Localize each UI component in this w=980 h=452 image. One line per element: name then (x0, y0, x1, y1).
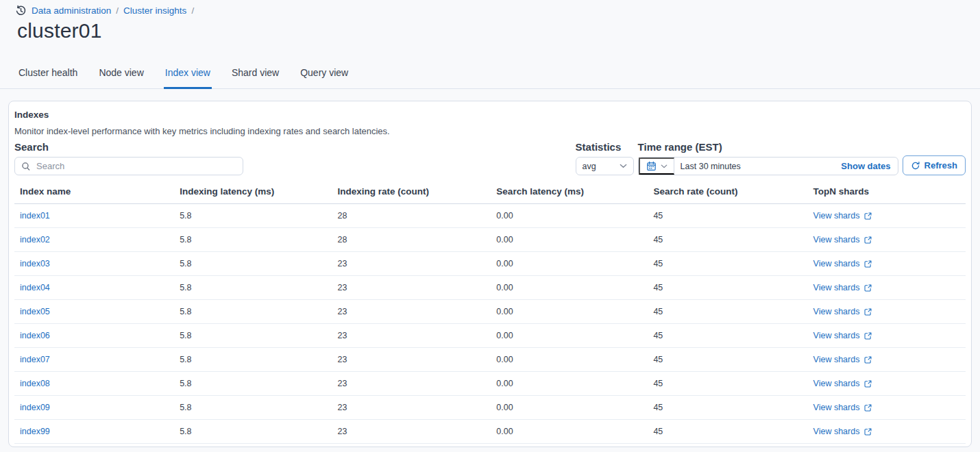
cell-search-latency: 0.00 (491, 396, 648, 420)
cell-indexing-rate: 23 (332, 348, 491, 372)
cell-indexing-latency: 5.8 (174, 300, 332, 324)
index-name-link[interactable]: index01 (20, 211, 50, 221)
table-row: index025.8280.0045View shards (14, 228, 966, 252)
view-shards-link[interactable]: View shards (813, 283, 873, 292)
cell-index-name: index07 (14, 348, 174, 372)
view-shards-label: View shards (813, 427, 860, 436)
breadcrumb-link-data-administration[interactable]: Data administration (32, 5, 111, 16)
controls-row: Search Statistics avg (14, 142, 966, 175)
history-icon (15, 5, 27, 16)
view-shards-link[interactable]: View shards (813, 259, 873, 268)
view-shards-link[interactable]: View shards (813, 427, 873, 436)
popout-icon (863, 427, 872, 436)
page-button-2[interactable]: 2 (916, 449, 930, 452)
index-name-link[interactable]: index05 (20, 307, 50, 316)
cell-indexing-rate: 23 (332, 300, 491, 324)
view-shards-link[interactable]: View shards (813, 379, 873, 388)
column-header-search-rate-count: Search rate (count) (648, 181, 807, 204)
cell-indexing-rate: 23 (332, 420, 491, 444)
cell-index-name: index06 (14, 324, 174, 348)
cell-indexing-rate: 23 (332, 324, 491, 348)
cell-topn-shards: View shards (808, 348, 966, 372)
index-name-link[interactable]: index03 (20, 259, 50, 268)
index-name-link[interactable]: index08 (20, 379, 50, 388)
column-header-search-latency-ms: Search latency (ms) (491, 181, 648, 204)
cell-topn-shards: View shards (808, 420, 966, 444)
page-button-1[interactable]: 1 (901, 449, 915, 452)
view-shards-label: View shards (813, 283, 860, 292)
popout-icon (863, 260, 872, 268)
tab-cluster-health[interactable]: Cluster health (17, 67, 79, 89)
page-title: cluster01 (17, 19, 980, 42)
popout-icon (863, 379, 872, 388)
indexes-table: Index nameIndexing latency (ms)Indexing … (14, 181, 966, 444)
tab-shard-view[interactable]: Shard view (230, 67, 280, 89)
index-name-link[interactable]: index09 (20, 403, 50, 412)
view-shards-link[interactable]: View shards (813, 235, 873, 244)
popout-icon (863, 331, 872, 340)
view-shards-label: View shards (813, 403, 860, 412)
cell-index-name: index03 (14, 252, 174, 276)
view-shards-link[interactable]: View shards (813, 211, 873, 221)
table-row: index055.8230.0045View shards (14, 300, 966, 324)
cell-topn-shards: View shards (808, 300, 966, 324)
cell-index-name: index08 (14, 372, 174, 396)
breadcrumb-items: Data administration/Cluster insights/ (32, 5, 199, 16)
view-shards-label: View shards (813, 355, 860, 364)
index-name-link[interactable]: index04 (20, 283, 50, 292)
statistics-label: Statistics (576, 142, 634, 153)
refresh-icon (911, 161, 920, 171)
view-shards-label: View shards (813, 259, 860, 268)
cell-index-name: index99 (14, 420, 174, 444)
popout-icon (863, 403, 872, 412)
index-name-link[interactable]: index02 (20, 235, 50, 244)
time-range-label: Time range (EST) (638, 142, 898, 153)
next-page-button[interactable] (946, 450, 963, 452)
index-name-link[interactable]: index07 (20, 355, 50, 364)
view-shards-link[interactable]: View shards (813, 403, 873, 412)
view-shards-link[interactable]: View shards (813, 307, 873, 316)
page-button-3[interactable]: 3 (931, 449, 945, 452)
indexes-panel: Indexes Monitor index-level performance … (8, 101, 972, 447)
calendar-icon (646, 161, 657, 171)
column-header-indexing-rate-count: Indexing rate (count) (332, 181, 491, 204)
quick-select-button[interactable] (639, 158, 674, 175)
tab-index-view[interactable]: Index view (164, 67, 212, 89)
cell-indexing-latency: 5.8 (174, 348, 332, 372)
breadcrumb: Data administration/Cluster insights/ (0, 0, 980, 16)
time-range-group: Time range (EST) Last 30 minutes (638, 142, 898, 175)
cell-topn-shards: View shards (808, 252, 966, 276)
tab-node-view[interactable]: Node view (97, 67, 145, 89)
search-input[interactable] (15, 161, 243, 171)
page-numbers: 123 (901, 449, 945, 452)
tab-query-view[interactable]: Query view (299, 67, 350, 89)
cell-indexing-rate: 23 (332, 252, 491, 276)
statistics-select[interactable]: avg (576, 157, 634, 175)
index-name-link[interactable]: index99 (20, 427, 50, 436)
search-group: Search (14, 142, 243, 175)
column-header-topn-shards: TopN shards (808, 181, 966, 204)
search-icon (21, 162, 31, 171)
index-name-link[interactable]: index06 (20, 331, 50, 340)
cell-search-latency: 0.00 (491, 228, 648, 252)
breadcrumb-link-cluster-insights[interactable]: Cluster insights (123, 5, 186, 16)
table-row: index035.8230.0045View shards (14, 252, 966, 276)
cell-search-latency: 0.00 (491, 300, 648, 324)
table-row: index085.8230.0045View shards (14, 372, 966, 396)
view-shards-link[interactable]: View shards (813, 355, 873, 364)
cell-search-latency: 0.00 (491, 204, 648, 228)
previous-page-button[interactable] (883, 450, 900, 452)
cell-index-name: index04 (14, 276, 174, 300)
cell-topn-shards: View shards (808, 372, 966, 396)
show-dates-button[interactable]: Show dates (841, 161, 897, 171)
table-row: index015.8280.0045View shards (14, 204, 966, 228)
cell-search-rate: 45 (648, 372, 807, 396)
cell-search-rate: 45 (648, 204, 807, 228)
refresh-button[interactable]: Refresh (903, 155, 966, 175)
view-shards-link[interactable]: View shards (813, 331, 873, 340)
cell-search-latency: 0.00 (491, 252, 648, 276)
table-row: index095.8230.0045View shards (14, 396, 966, 420)
time-range-value[interactable]: Last 30 minutes (674, 162, 842, 171)
cell-search-rate: 45 (648, 348, 807, 372)
chevron-down-icon (620, 164, 627, 168)
